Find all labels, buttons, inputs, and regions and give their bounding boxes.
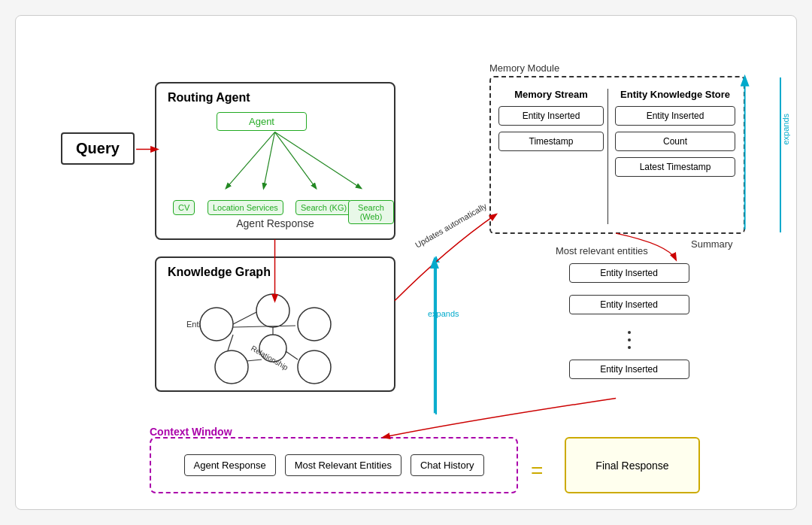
memory-stream-label: Memory Stream xyxy=(498,89,604,100)
equals-sign: = xyxy=(531,459,543,483)
main-container: Query Routing Agent Agent CV Location Se… xyxy=(15,15,797,510)
most-relevant-label: Most relevant entities xyxy=(556,245,648,256)
memory-divider xyxy=(607,89,608,224)
entity-knowledge-label: Entity Knowledge Store xyxy=(615,89,735,100)
context-window-box: Agent Response Most Relevant Entities Ch… xyxy=(150,437,518,493)
cw-agent-response: Agent Response xyxy=(184,454,276,476)
mr-dots xyxy=(628,326,631,354)
routing-agent-box: Routing Agent Agent CV Location Services… xyxy=(155,82,395,240)
mr-entity-3: Entity Inserted xyxy=(569,360,689,379)
svg-point-3 xyxy=(298,308,331,341)
expands-label-center: expands xyxy=(428,309,459,318)
ek-latest-timestamp: Latest Timestamp xyxy=(615,157,735,177)
dot-2 xyxy=(628,338,631,341)
expands-arrow-center xyxy=(435,256,437,414)
svg-line-8 xyxy=(233,326,295,327)
agent-inner-box: Agent xyxy=(217,112,307,131)
svg-line-7 xyxy=(233,312,256,324)
ms-entity-inserted: Entity Inserted xyxy=(498,106,604,126)
sub-agent-location: Location Services xyxy=(208,200,283,215)
summary-label: Summary xyxy=(691,238,733,250)
routing-agent-title: Routing Agent xyxy=(168,91,250,105)
svg-point-5 xyxy=(215,351,248,384)
query-box: Query xyxy=(61,132,135,165)
kg-visual: Entity Relationship xyxy=(164,288,382,386)
entity-knowledge-area: Entity Knowledge Store Entity Inserted C… xyxy=(615,89,735,183)
memory-stream-area: Memory Stream Entity Inserted Timestamp xyxy=(498,89,604,157)
svg-point-6 xyxy=(298,351,331,384)
mr-entity-2: Entity Inserted xyxy=(569,295,689,314)
expands-arrow-right xyxy=(780,77,781,232)
svg-point-2 xyxy=(256,294,289,327)
ek-count: Count xyxy=(615,132,735,151)
agent-label: Agent xyxy=(249,116,274,127)
svg-point-1 xyxy=(200,308,233,341)
final-response-label: Final Response xyxy=(595,460,668,472)
most-relevant-box: Entity Inserted Entity Inserted Entity I… xyxy=(556,260,702,407)
sub-agent-search-kg: Search (KG) xyxy=(295,200,352,215)
kg-box: Knowledge Graph Entity Relationship xyxy=(155,256,395,392)
dot-3 xyxy=(628,346,631,349)
final-response-box: Final Response xyxy=(565,437,700,493)
mr-entity-1: Entity Inserted xyxy=(569,263,689,283)
dot-1 xyxy=(628,331,631,334)
svg-text:Updates automatically: Updates automatically xyxy=(414,201,489,250)
cw-most-relevant: Most Relevant Entities xyxy=(285,454,401,476)
memory-module-label: Memory Module xyxy=(489,62,559,74)
ms-timestamp: Timestamp xyxy=(498,132,604,151)
svg-line-11 xyxy=(247,360,262,361)
expands-label-right: expands xyxy=(781,114,790,145)
kg-title: Knowledge Graph xyxy=(168,266,271,279)
memory-module-box: Memory Stream Entity Inserted Timestamp … xyxy=(489,76,745,234)
cw-chat-history: Chat History xyxy=(411,454,484,476)
query-label: Query xyxy=(76,140,120,156)
sub-agent-cv: CV xyxy=(173,200,195,215)
context-window-label: Context Window xyxy=(150,426,232,438)
agent-response-label: Agent Response xyxy=(156,217,394,229)
ek-entity-inserted: Entity Inserted xyxy=(615,106,735,126)
svg-line-10 xyxy=(228,335,233,351)
svg-line-12 xyxy=(286,351,298,360)
